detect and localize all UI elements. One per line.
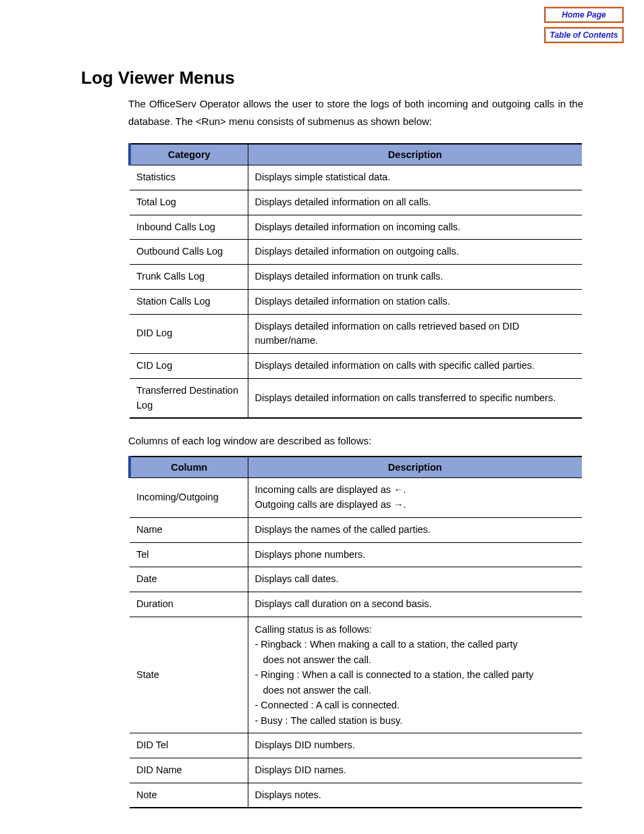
cell-description: Displays simple statistical data. <box>248 165 582 190</box>
cell-description: Displays notes. <box>248 783 582 808</box>
cell-description: Displays detailed information on station… <box>248 289 582 314</box>
table-row: Outbound Calls LogDisplays detailed info… <box>130 240 582 265</box>
cell-category: Outbound Calls Log <box>130 240 248 265</box>
table-row: Trunk Calls LogDisplays detailed informa… <box>130 265 582 290</box>
cell-description: Displays call duration on a second basis… <box>248 592 582 617</box>
table-row: Transferred Destination LogDisplays deta… <box>130 378 582 418</box>
table-row: DID LogDisplays detailed information on … <box>130 314 582 354</box>
table-row: StateCalling status is as follows:- Ring… <box>130 617 582 733</box>
table-row: DurationDisplays call duration on a seco… <box>130 592 582 617</box>
intro-paragraph: The OfficeServ Operator allows the user … <box>128 95 583 130</box>
header-category: Category <box>130 144 248 165</box>
cell-column: Duration <box>130 592 248 617</box>
table-row: NoteDisplays notes. <box>130 783 582 808</box>
cell-category: Statistics <box>130 165 248 190</box>
header-description: Description <box>248 144 582 165</box>
cell-column: DID Name <box>130 758 248 783</box>
category-table: Category Description StatisticsDisplays … <box>128 143 582 419</box>
table-row: CID LogDisplays detailed information on … <box>130 354 582 379</box>
mid-paragraph: Columns of each log window are described… <box>128 435 583 446</box>
cell-description: Displays detailed information on calls w… <box>248 354 582 379</box>
table-row: DID NameDisplays DID names. <box>130 758 582 783</box>
cell-description: Displays call dates. <box>248 567 582 592</box>
document-page: Home Page Table of Contents Log Viewer M… <box>0 0 644 834</box>
cell-description: Displays detailed information on incomin… <box>248 215 582 240</box>
cell-description: Displays DID numbers. <box>248 733 582 758</box>
cell-description: Displays detailed information on all cal… <box>248 190 582 215</box>
table-row: Incoming/OutgoingIncoming calls are disp… <box>130 478 582 518</box>
table-header-row: Column Description <box>130 457 582 478</box>
cell-description: Displays the names of the called parties… <box>248 517 582 542</box>
table-row: StatisticsDisplays simple statistical da… <box>130 165 582 190</box>
table-row: NameDisplays the names of the called par… <box>130 517 582 542</box>
page-title: Log Viewer Menus <box>81 68 583 88</box>
cell-column: Incoming/Outgoing <box>130 478 248 518</box>
cell-description: Displays detailed information on outgoin… <box>248 240 582 265</box>
cell-column: Date <box>130 567 248 592</box>
table-row: DateDisplays call dates. <box>130 567 582 592</box>
cell-column: Tel <box>130 542 248 567</box>
cell-description: Displays DID names. <box>248 758 582 783</box>
cell-category: CID Log <box>130 354 248 379</box>
table-row: Total LogDisplays detailed information o… <box>130 190 582 215</box>
header-description: Description <box>248 457 582 478</box>
cell-description: Displays phone numbers. <box>248 542 582 567</box>
cell-column: Note <box>130 783 248 808</box>
table-header-row: Category Description <box>130 144 582 165</box>
nav-button-group: Home Page Table of Contents <box>544 7 624 43</box>
cell-description: Incoming calls are displayed as ←.Outgoi… <box>248 478 582 518</box>
cell-category: Trunk Calls Log <box>130 265 248 290</box>
cell-category: Inbound Calls Log <box>130 215 248 240</box>
home-page-button[interactable]: Home Page <box>544 7 624 23</box>
cell-category: Transferred Destination Log <box>130 378 248 418</box>
cell-description: Calling status is as follows:- Ringback … <box>248 617 582 733</box>
header-column: Column <box>130 457 248 478</box>
cell-column: Name <box>130 517 248 542</box>
cell-category: DID Log <box>130 314 248 354</box>
cell-category: Total Log <box>130 190 248 215</box>
table-row: DID TelDisplays DID numbers. <box>130 733 582 758</box>
table-row: TelDisplays phone numbers. <box>130 542 582 567</box>
column-table: Column Description Incoming/OutgoingInco… <box>128 456 582 808</box>
table-row: Station Calls LogDisplays detailed infor… <box>130 289 582 314</box>
cell-column: State <box>130 617 248 733</box>
cell-description: Displays detailed information on calls t… <box>248 378 582 418</box>
toc-button[interactable]: Table of Contents <box>544 27 624 43</box>
table-row: Inbound Calls LogDisplays detailed infor… <box>130 215 582 240</box>
cell-description: Displays detailed information on trunk c… <box>248 265 582 290</box>
cell-category: Station Calls Log <box>130 289 248 314</box>
cell-description: Displays detailed information on calls r… <box>248 314 582 354</box>
cell-column: DID Tel <box>130 733 248 758</box>
